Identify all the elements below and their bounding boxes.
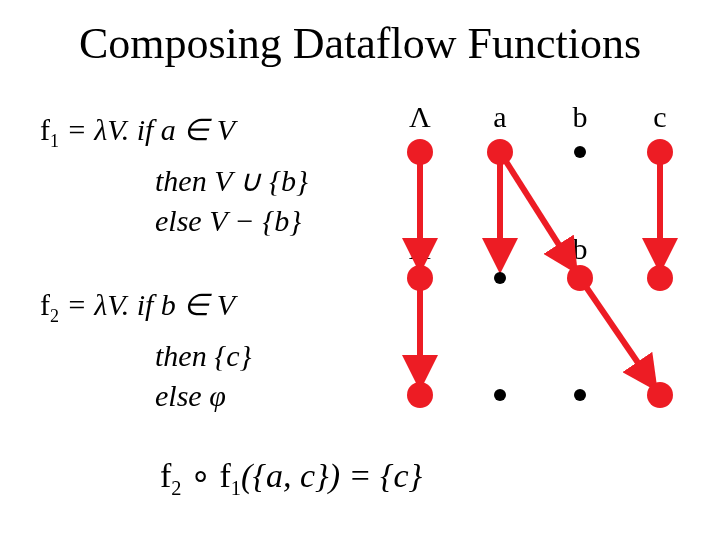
red-dot <box>487 139 513 165</box>
equation-composition: f2 ∘ f1({a, c}) = {c} <box>160 455 422 500</box>
comp-circ: ∘ <box>182 457 220 494</box>
red-dot <box>407 265 433 291</box>
f1-then: then V ∪ {b} <box>155 164 308 197</box>
comp-rest: ({a, c}) = {c} <box>241 457 422 494</box>
black-dot <box>494 389 506 401</box>
red-dot <box>647 265 673 291</box>
black-dot <box>574 389 586 401</box>
red-dot <box>647 139 673 165</box>
col-label-a-1: a <box>485 232 515 266</box>
f2-sub: 2 <box>50 306 59 326</box>
equation-f2: f2 = λV. if b ∈ V then {c} else φ <box>40 285 251 416</box>
col-label-c-0: c <box>645 100 675 134</box>
comp-f1sub: 1 <box>231 477 241 499</box>
black-dot <box>574 146 586 158</box>
comp-f2: f <box>160 457 171 494</box>
col-label-a-0: a <box>485 100 515 134</box>
f2-line0: = λV. if b ∈ V <box>59 288 235 321</box>
col-label-b-1: b <box>565 232 595 266</box>
red-dot <box>567 265 593 291</box>
red-dot <box>647 382 673 408</box>
comp-f1: f <box>220 457 231 494</box>
f1-else: else V − {b} <box>155 204 301 237</box>
comp-f2sub: 2 <box>171 477 181 499</box>
f1-sub: 1 <box>50 131 59 151</box>
col-label-lambda-0: Λ <box>405 100 435 134</box>
col-label-b-0: b <box>565 100 595 134</box>
col-label-c-1: c <box>645 232 675 266</box>
f2-else: else φ <box>155 379 226 412</box>
col-label-lambda-1: Λ <box>405 232 435 266</box>
page-title: Composing Dataflow Functions <box>0 18 720 69</box>
equation-f1: f1 = λV. if a ∈ V then V ∪ {b} else V − … <box>40 110 308 241</box>
f2-then: then {c} <box>155 339 251 372</box>
f1-line0: = λV. if a ∈ V <box>59 113 235 146</box>
black-dot <box>494 272 506 284</box>
f1-f: f <box>40 113 50 146</box>
f2-f: f <box>40 288 50 321</box>
red-dot <box>407 139 433 165</box>
arrow <box>580 278 651 382</box>
red-dot <box>407 382 433 408</box>
